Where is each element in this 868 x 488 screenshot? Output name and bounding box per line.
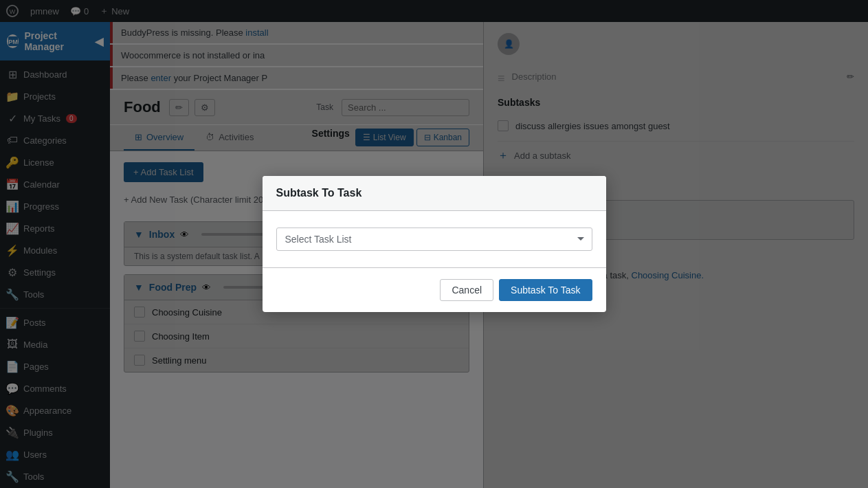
cancel-button[interactable]: Cancel <box>440 279 493 301</box>
modal-body: Select Task List Inbox Food Prep <box>263 211 606 267</box>
modal-overlay: Subtask To Task Select Task List Inbox F… <box>0 0 868 488</box>
subtask-to-task-modal: Subtask To Task Select Task List Inbox F… <box>263 176 606 312</box>
confirm-button[interactable]: Subtask To Task <box>499 279 592 301</box>
modal-header: Subtask To Task <box>263 176 606 211</box>
modal-title: Subtask To Task <box>276 187 362 199</box>
modal-footer: Cancel Subtask To Task <box>263 267 606 312</box>
select-task-list[interactable]: Select Task List Inbox Food Prep <box>276 228 592 251</box>
